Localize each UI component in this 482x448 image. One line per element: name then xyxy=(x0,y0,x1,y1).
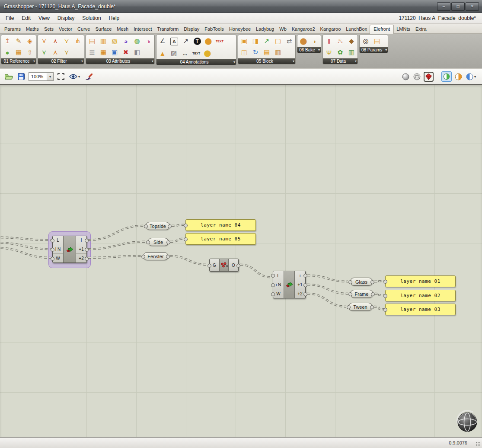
input-grip[interactable] xyxy=(347,305,351,309)
tab-honeybee[interactable]: Honeybee xyxy=(227,25,253,33)
elefront-attributes-component-2[interactable]: Li NWi+1+2 xyxy=(273,271,306,298)
preview-custom-colors-icon[interactable] xyxy=(424,72,434,82)
filter-merge-icon[interactable]: ⋏ xyxy=(50,35,61,47)
block-list-icon[interactable]: ◫ xyxy=(239,47,250,58)
reference-by-layer-icon[interactable]: ✎ xyxy=(13,35,24,47)
annotate-text-frame-icon[interactable]: A xyxy=(170,38,178,45)
tag-glass[interactable]: Glass xyxy=(350,278,373,286)
annotate-text-dot-icon[interactable]: T xyxy=(194,38,201,45)
attributes-material-icon[interactable]: ◑ xyxy=(143,35,154,47)
open-document-button[interactable] xyxy=(3,72,14,81)
output-grip[interactable] xyxy=(236,264,240,268)
filter-cull-icon[interactable]: ⋎ xyxy=(61,47,72,58)
tab-lmnts[interactable]: LMNts xyxy=(394,25,413,33)
tab-maths[interactable]: Maths xyxy=(23,25,41,33)
attributes-bakename-icon[interactable]: ▧ xyxy=(109,35,120,47)
attributes-list-icon[interactable]: ☰ xyxy=(86,47,98,58)
ribbon-group-label-01-reference[interactable]: 01 Reference▾ xyxy=(1,58,36,64)
input-grip[interactable] xyxy=(383,308,387,312)
annotate-text-label-icon[interactable]: TEXT xyxy=(191,48,202,59)
annotate-hatch-icon[interactable]: ▨ xyxy=(168,48,179,59)
selected-only-preview-icon[interactable] xyxy=(441,71,452,82)
zoom-caret-icon[interactable]: ▾ xyxy=(47,73,53,80)
input-grip[interactable] xyxy=(51,239,54,243)
output-grip[interactable] xyxy=(166,240,170,244)
tab-intersect[interactable]: Intersect xyxy=(131,25,154,33)
output-grip[interactable] xyxy=(85,257,89,261)
block-edit-icon[interactable]: ◨ xyxy=(250,35,261,47)
block-count-icon[interactable]: ▤ xyxy=(261,47,272,58)
tag-tween[interactable]: Tween xyxy=(348,303,372,311)
wire[interactable] xyxy=(88,242,146,249)
tag-topside[interactable]: Topside xyxy=(146,222,170,230)
filter-by-type-icon[interactable]: ⋎ xyxy=(61,35,72,47)
data-hot-icon[interactable]: ♨ xyxy=(335,35,346,47)
output-grip[interactable] xyxy=(370,280,374,284)
menu-display[interactable]: Display xyxy=(54,13,78,23)
group-menu-caret-icon[interactable]: ▾ xyxy=(33,58,35,64)
ribbon-group-label-07-data[interactable]: 07 Data▾ xyxy=(323,58,358,64)
maximize-button[interactable]: □ xyxy=(451,2,465,11)
filter-sort-icon[interactable]: ⋏ xyxy=(50,47,61,58)
group-menu-caret-icon[interactable]: ▾ xyxy=(233,59,235,65)
tab-vector[interactable]: Vector xyxy=(56,25,75,33)
tab-wb[interactable]: Wb xyxy=(277,25,289,33)
tab-fabtools[interactable]: FabTools xyxy=(202,25,227,33)
input-grip[interactable] xyxy=(383,294,387,298)
menu-view[interactable]: View xyxy=(35,13,54,23)
data-thermometer-icon[interactable]: ‖ xyxy=(323,35,335,47)
panel-layer-name-05[interactable]: layer name 05 xyxy=(185,233,256,245)
tag-frame[interactable]: Frame xyxy=(350,290,373,298)
group-menu-caret-icon[interactable]: ▾ xyxy=(318,47,320,53)
output-grip[interactable] xyxy=(85,248,89,252)
menu-file[interactable]: File xyxy=(2,13,18,23)
document-preview-settings-icon[interactable]: ▾ xyxy=(465,72,477,81)
wire[interactable] xyxy=(88,226,144,240)
block-explode-icon[interactable]: ↗ xyxy=(261,35,272,47)
annotate-leader-icon[interactable]: ↗ xyxy=(180,35,192,47)
block-update-icon[interactable]: ↻ xyxy=(250,47,261,58)
ribbon-group-label-05-block[interactable]: 05 Block▾ xyxy=(238,58,295,64)
input-grip[interactable] xyxy=(348,292,352,296)
filter-by-layer-icon[interactable]: ⋔ xyxy=(72,35,83,47)
block-purge-icon[interactable]: ▥ xyxy=(272,47,284,58)
input-grip[interactable] xyxy=(184,224,188,227)
tab-lunchbox[interactable]: LunchBox xyxy=(343,25,370,33)
output-grip[interactable] xyxy=(303,292,307,296)
input-grip[interactable] xyxy=(207,264,211,268)
tag-fenster[interactable]: Fenster xyxy=(143,252,168,260)
input-grip[interactable] xyxy=(146,240,150,244)
output-grip[interactable] xyxy=(85,239,89,243)
attributes-color-wheel-icon[interactable]: ◍ xyxy=(131,35,143,47)
attributes-modify-icon[interactable]: ▥ xyxy=(98,35,109,47)
attributes-delete-icon[interactable]: ✖ xyxy=(120,47,131,58)
preview-caret-icon[interactable]: ▾ xyxy=(474,75,476,79)
reference-sphere-icon[interactable]: ● xyxy=(2,47,13,58)
menu-edit[interactable]: Edit xyxy=(18,13,35,23)
annotate-linear-dim-icon[interactable]: ↔ xyxy=(179,48,191,59)
tab-transform[interactable]: Transform xyxy=(154,25,181,33)
filter-by-name-icon[interactable]: ⋎ xyxy=(38,47,50,58)
ribbon-group-label-08-params[interactable]: 08 Params▾ xyxy=(360,47,388,53)
group-menu-caret-icon[interactable]: ▾ xyxy=(152,58,153,64)
tag-side[interactable]: Side xyxy=(148,238,169,246)
reference-box-icon[interactable]: ▦ xyxy=(13,47,24,58)
block-define-icon[interactable]: ▣ xyxy=(239,35,250,47)
data-plant-icon[interactable]: ✿ xyxy=(335,47,346,58)
panel-layer-name-03[interactable]: layer name 03 xyxy=(385,304,456,315)
output-grip[interactable] xyxy=(166,255,170,259)
attributes-layer-table-icon[interactable]: ▣ xyxy=(109,47,120,58)
output-grip[interactable] xyxy=(168,224,172,228)
tab-extra[interactable]: Extra xyxy=(413,25,429,33)
tab-surface[interactable]: Surface xyxy=(93,25,114,33)
close-button[interactable]: × xyxy=(466,2,479,11)
preview-wireframe-icon[interactable] xyxy=(412,72,421,81)
bake-by-name-icon[interactable]: ◗ xyxy=(309,35,320,47)
group-menu-caret-icon[interactable]: ▾ xyxy=(355,58,357,64)
tab-ladybug[interactable]: Ladybug xyxy=(253,25,277,33)
wire[interactable] xyxy=(170,256,207,265)
tab-elefront[interactable]: Elefront xyxy=(370,25,394,34)
panel-layer-name-02[interactable]: layer name 02 xyxy=(385,290,456,301)
menu-help[interactable]: Help xyxy=(105,13,124,23)
elefront-attributes-component[interactable]: Li NWi+1+2 xyxy=(52,236,87,263)
